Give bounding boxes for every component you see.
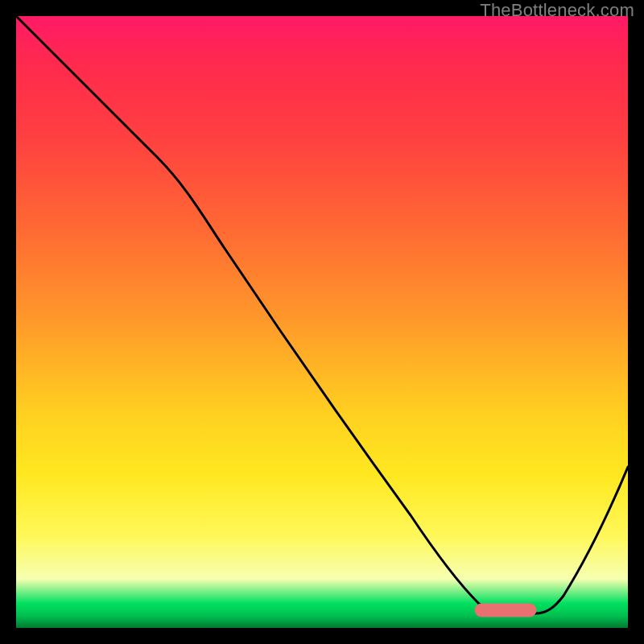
curve-overlay [16, 16, 628, 628]
watermark-text: TheBottleneck.com [480, 0, 634, 21]
sweet-spot-marker [475, 604, 536, 617]
plot-area [16, 16, 628, 628]
bottleneck-curve [16, 16, 628, 613]
chart-canvas: TheBottleneck.com [0, 0, 644, 644]
